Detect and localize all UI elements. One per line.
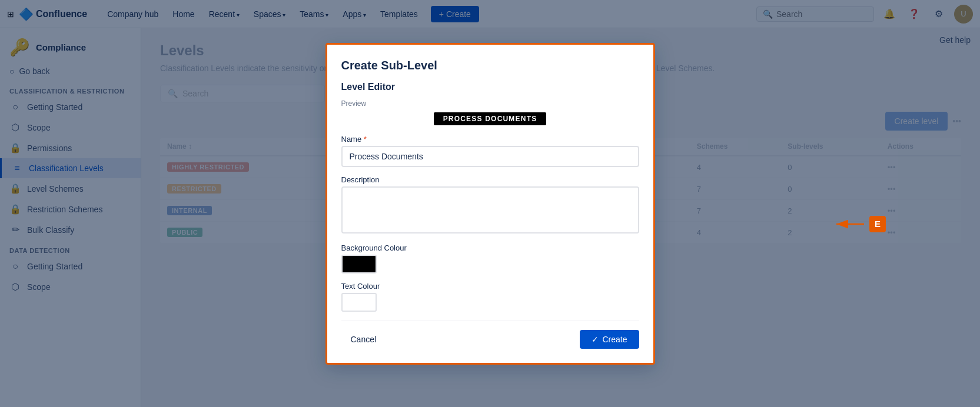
annotation-badge-e: E (869, 216, 886, 232)
arrow-svg (832, 218, 867, 230)
text-colour-group: Text Colour (341, 282, 639, 312)
page-layout: 🔑 Compliance ○ Go back CLASSIFICATION & … (0, 28, 980, 407)
description-textarea[interactable] (341, 186, 639, 233)
description-field-group: Description (341, 175, 639, 243)
create-sublevel-modal: Create Sub-Level Level Editor Preview PR… (325, 43, 655, 365)
annotation-e: E (832, 216, 886, 232)
text-colour-label: Text Colour (341, 282, 639, 291)
modal-footer: Cancel ✓ Create (341, 320, 639, 349)
modal-title: Create Sub-Level (341, 59, 639, 72)
bg-colour-swatch[interactable] (341, 255, 377, 273)
name-input[interactable] (341, 146, 639, 167)
create-button-modal[interactable]: ✓ Create (580, 330, 639, 349)
preview-badge: PROCESS DOCUMENTS (434, 112, 547, 125)
checkmark-icon: ✓ (592, 335, 599, 344)
create-label: Create (602, 335, 627, 344)
description-label: Description (341, 175, 639, 184)
name-label: Name * (341, 135, 639, 144)
cancel-button[interactable]: Cancel (341, 330, 386, 349)
main-content: Levels Classification Levels indicate th… (141, 28, 980, 407)
bg-colour-group: Background Colour (341, 243, 639, 273)
modal-section-title: Level Editor (341, 82, 639, 92)
preview-label: Preview (341, 99, 639, 108)
name-field-group: Name * (341, 135, 639, 175)
text-colour-swatch[interactable] (341, 293, 377, 312)
required-marker: * (361, 135, 367, 144)
preview-badge-container: PROCESS DOCUMENTS (341, 112, 639, 125)
bg-colour-label: Background Colour (341, 243, 639, 252)
